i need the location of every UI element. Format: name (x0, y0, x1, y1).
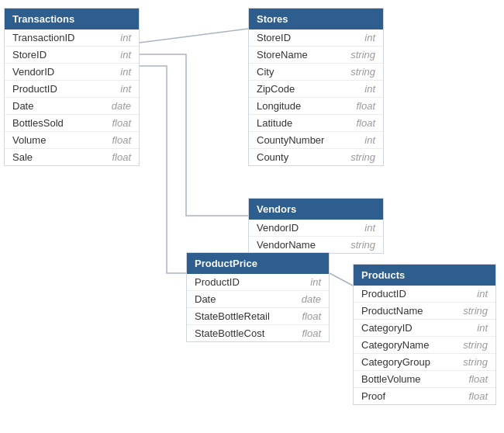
field-name: VendorID (12, 66, 54, 78)
table-row: Citystring (249, 64, 383, 81)
field-name: Proof (361, 390, 385, 402)
table-row: TransactionIDint (5, 29, 139, 47)
table-row: ProductIDint (5, 81, 139, 98)
svg-line-1 (330, 273, 353, 286)
table-row: CategoryGroupstring (354, 354, 495, 371)
field-name: BottlesSold (12, 117, 64, 129)
table-vendors: Vendors VendorIDint VendorNamestring (248, 198, 384, 254)
table-row: Latitudefloat (249, 115, 383, 132)
table-row: StateBottleCostfloat (187, 325, 329, 341)
table-productprice-body: ProductIDint Datedate StateBottleRetailf… (187, 274, 329, 341)
table-row: Volumefloat (5, 132, 139, 149)
table-transactions-header: Transactions (5, 9, 139, 29)
field-type: string (350, 151, 375, 163)
field-name: City (257, 66, 274, 78)
table-row: Datedate (187, 291, 329, 308)
table-stores-header: Stores (249, 9, 383, 29)
table-row: StoreIDint (249, 29, 383, 47)
field-name: ZipCode (257, 83, 295, 95)
field-type: int (477, 288, 488, 300)
table-products-header: Products (354, 265, 495, 286)
field-type: float (112, 151, 131, 163)
table-row: CountyNumberint (249, 132, 383, 149)
field-name: Date (195, 293, 216, 305)
field-type: float (302, 310, 321, 322)
field-name: ProductName (361, 305, 423, 317)
field-type: int (120, 83, 131, 95)
field-name: Volume (12, 134, 46, 146)
table-row: BottlesSoldfloat (5, 115, 139, 132)
table-row: ZipCodeint (249, 81, 383, 98)
field-type: date (302, 293, 321, 305)
table-vendors-header: Vendors (249, 199, 383, 220)
field-type: int (364, 83, 375, 95)
table-row: StoreNamestring (249, 47, 383, 64)
table-products-body: ProductIDint ProductNamestring CategoryI… (354, 286, 495, 404)
field-name: TransactionID (12, 32, 74, 43)
field-type: float (302, 327, 321, 339)
field-name: CategoryGroup (361, 356, 430, 368)
table-row: ProductIDint (354, 286, 495, 303)
table-row: StoreIDint (5, 47, 139, 64)
field-type: string (463, 339, 488, 351)
field-type: float (468, 373, 488, 385)
table-row: ProductNamestring (354, 303, 495, 320)
table-products: Products ProductIDint ProductNamestring … (353, 264, 496, 405)
diagram-canvas: Transactions TransactionIDint StoreIDint… (0, 0, 504, 433)
field-name: Sale (12, 151, 33, 163)
field-type: float (112, 134, 131, 146)
table-row: Prooffloat (354, 388, 495, 404)
field-name: ProductID (12, 83, 57, 95)
field-type: date (112, 100, 131, 112)
table-row: CategoryNamestring (354, 337, 495, 354)
field-type: float (356, 100, 375, 112)
field-name: StateBottleRetail (195, 310, 270, 322)
field-type: int (364, 32, 375, 43)
field-type: int (120, 32, 131, 43)
field-type: float (468, 390, 488, 402)
field-type: int (120, 49, 131, 61)
field-name: Date (12, 100, 33, 112)
field-name: StoreID (12, 49, 47, 61)
table-transactions: Transactions TransactionIDint StoreIDint… (4, 8, 140, 166)
field-name: VendorName (257, 239, 316, 251)
table-row: CategoryIDint (354, 320, 495, 337)
field-name: StateBottleCost (195, 327, 264, 339)
table-productprice-header: ProductPrice (187, 253, 329, 274)
svg-line-0 (140, 29, 248, 43)
field-name: Longitude (257, 100, 301, 112)
field-name: CategoryID (361, 322, 413, 334)
table-stores: Stores StoreIDint StoreNamestring Cityst… (248, 8, 384, 166)
field-type: int (120, 66, 131, 78)
table-row: Countystring (249, 149, 383, 165)
field-name: County (257, 151, 288, 163)
field-type: string (350, 49, 375, 61)
table-row: Salefloat (5, 149, 139, 165)
field-name: StoreID (257, 32, 291, 43)
field-name: VendorID (257, 222, 299, 234)
table-row: Datedate (5, 98, 139, 115)
field-type: float (112, 117, 131, 129)
table-row: VendorNamestring (249, 237, 383, 253)
field-type: string (350, 66, 375, 78)
field-name: Latitude (257, 117, 292, 129)
table-row: VendorIDint (5, 64, 139, 81)
field-type: string (463, 356, 488, 368)
table-transactions-body: TransactionIDint StoreIDint VendorIDint … (5, 29, 139, 165)
field-name: ProductID (361, 288, 406, 300)
table-row: VendorIDint (249, 220, 383, 237)
field-type: float (356, 117, 375, 129)
table-row: Longitudefloat (249, 98, 383, 115)
field-type: int (310, 276, 321, 288)
table-row: BottleVolumefloat (354, 371, 495, 388)
field-type: int (364, 222, 375, 234)
field-name: StoreName (257, 49, 308, 61)
field-name: BottleVolume (361, 373, 421, 385)
table-row: ProductIDint (187, 274, 329, 291)
field-type: string (463, 305, 488, 317)
field-name: CategoryName (361, 339, 429, 351)
field-name: ProductID (195, 276, 240, 288)
field-type: int (364, 134, 375, 146)
table-row: StateBottleRetailfloat (187, 308, 329, 325)
field-name: CountyNumber (257, 134, 324, 146)
